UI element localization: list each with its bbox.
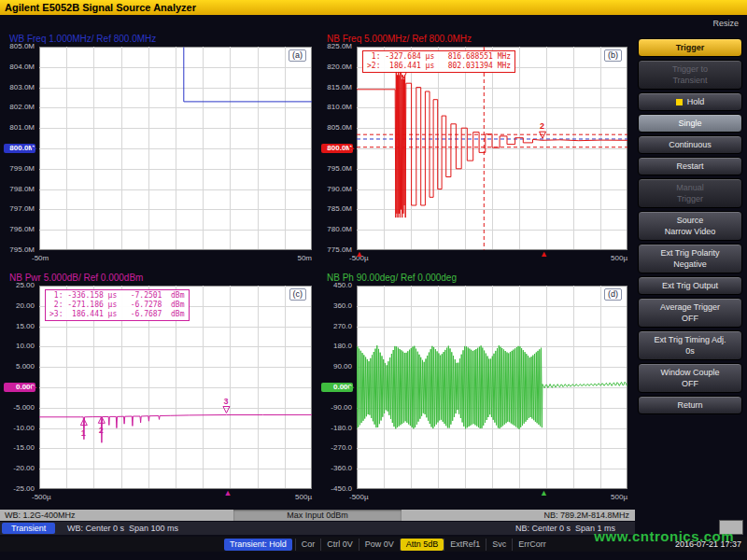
plot-panel-wb-freq: WB Freq 1.000MHz/ Ref 800.0MHz (a) -50m … [4,34,317,269]
plot-d-ytick: 90.00 [321,362,352,371]
plot-d-canvas[interactable] [357,286,627,489]
plot-a-canvas[interactable] [39,47,312,250]
plot-b-ytick: 805.0M [321,123,352,133]
status-items: Transient: HoldCorCtrl 0VPow 0VAttn 5dBE… [224,539,552,551]
menu-item-ext-trig-output-label: Ext Trig Output [641,280,740,291]
menu-item-single-label: Single [641,118,740,129]
plot-b-ytick: 810.0M [321,103,352,112]
menu-item-trigger-to-transient-label: Transient [641,75,740,86]
menu-item-average-trigger-label: OFF [641,313,740,324]
menu-item-trigger-label: Trigger [641,42,740,53]
window-title: Agilent E5052B Signal Source Analyzer [5,2,196,13]
plot-b-ytick: 825.0M [321,42,352,51]
marker-readout: 1: -327.684 µs 816.688551 MHz >2: 186.44… [362,50,515,73]
plot-d-xmin: -500µ [349,493,369,501]
menu-item-ext-trig-output[interactable]: Ext Trig Output [638,276,742,295]
status-errcorr: ErrCorr [512,539,552,551]
menu-item-ext-trig-timing-adj[interactable]: Ext Trig Timing Adj.0s [638,330,742,360]
plot-d-letter: (d) [604,288,622,301]
menu-item-ext-trig-polarity-label: Negative [641,259,740,270]
menu-item-source[interactable]: SourceNarrow Video [638,211,742,241]
plot-d-ytick: -270.0 [321,443,352,453]
menu-item-hold-label: Hold [641,96,740,107]
plot-a-xmin: -50m [32,254,49,262]
ref-level-arrow-icon: ▶ [32,383,36,392]
svg-text:2: 2 [540,121,544,131]
svg-text:3: 3 [223,397,228,406]
plot-panel-nb-freq: NB Freq 5.000MHz/ Ref 800.0MHz 12 1: -32… [321,34,633,269]
plot-a-ytick: 803.0M [4,83,35,92]
menu-item-restart-label: Restart [641,161,740,172]
plot-b-letter: (b) [604,49,622,62]
menu-item-manual-trigger: ManualTrigger [638,178,742,208]
plot-c-letter: (c) [289,288,307,301]
svg-text:2: 2 [99,426,104,435]
plot-b-ytick: 800.0M [321,144,353,153]
menu-item-manual-trigger-label: Trigger [641,193,740,204]
status-attn: Attn 5dB [400,539,444,551]
menu-item-trigger-to-transient: Trigger toTransient [638,60,742,90]
plot-b-ytick: 820.0M [321,63,352,72]
plot-c-ytick: 0.000 [4,383,35,392]
plot-d-ytick: -90.00 [321,403,352,413]
menu-item-window-couple[interactable]: Window CoupleOFF [638,363,742,393]
ref-level-arrow-icon: ▶ [349,383,354,392]
plot-b-ytick: 790.0M [321,185,352,194]
menu-item-source-label: Narrow Video [641,226,740,237]
plot-c-ytick: 10.00 [4,342,35,351]
plot-a-ytick: 800.0M [4,144,35,153]
menu-item-ext-trig-timing-adj-label: Ext Trig Timing Adj. [641,334,740,345]
menu-item-return[interactable]: Return [638,396,742,414]
plot-b-ytick: 775.0M [321,245,352,255]
plot-a-ytick: 801.0M [4,123,35,133]
ref-level-arrow-icon: ▶ [32,144,36,153]
trigger-marker-icon: ▲ [540,250,548,259]
menu-item-return-label: Return [641,399,740,411]
menu-item-source-label: Source [641,215,740,226]
status-trigger-state: Transient: Hold [224,539,292,551]
nb-range-label: NB: 789.2M-814.8MHz [543,510,629,521]
menu-item-trigger[interactable]: Trigger [638,38,742,57]
plot-a-ytick: 799.0M [4,164,35,174]
status-bar-span: Transient WB: Center 0 s Span 100 ms NB:… [0,522,635,535]
status-cor: Cor [295,539,321,551]
menu-item-single[interactable]: Single [638,114,742,133]
plot-a-ytick: 798.0M [4,185,35,194]
plot-a-letter: (a) [289,49,306,62]
menu-item-trigger-to-transient-label: Trigger to [641,63,740,75]
menu-item-average-trigger[interactable]: Average TriggerOFF [638,298,742,328]
plot-a-xmax: 50m [297,254,312,262]
plot-a-ytick: 797.0M [4,204,35,214]
plot-d-ytick: 0.000 [321,383,353,392]
menu-item-continuous[interactable]: Continuous [638,135,742,154]
menu-item-hold[interactable]: Hold [638,92,742,111]
status-pow: Pow 0V [359,539,400,551]
plot-c-ytick: 20.00 [4,301,35,311]
plot-c-ytick: 15.00 [4,322,35,331]
menu-item-window-couple-label: Window Couple [641,367,740,378]
menu-item-continuous-label: Continuous [641,139,740,150]
plot-c-xmin: -500µ [32,493,51,501]
plot-a-ytick: 805.0M [4,42,35,51]
window-titlebar: Agilent E5052B Signal Source Analyzer [0,0,747,15]
marker-readout: 1: -336.158 µs -7.2501 dBm 2: -271.186 µ… [45,289,190,321]
menu-item-ext-trig-polarity-label: Ext Trig Polarity [641,247,740,259]
menu-item-restart[interactable]: Restart [638,157,742,175]
status-svc: Svc [486,539,512,551]
trigger-marker-icon: ▲ [540,489,548,497]
app-window: Agilent E5052B Signal Source Analyzer Re… [0,0,747,560]
plot-c-canvas[interactable]: 123 1: -336.158 µs -7.2501 dBm 2: -271.1… [39,286,312,489]
mode-chip: Transient [2,523,55,534]
resize-label[interactable]: Resize [712,19,739,28]
plot-b-canvas[interactable]: 12 1: -327.684 µs 816.688551 MHz >2: 186… [357,47,627,250]
plot-panel-nb-phase: NB Ph 90.00deg/ Ref 0.000deg (d) -500µ 5… [321,273,633,508]
watermark-text: www.cntronics.com [594,528,734,544]
status-extref: ExtRef1 [444,539,486,551]
menu-item-ext-trig-timing-adj-label: 0s [641,345,740,357]
menu-item-average-trigger-label: Average Trigger [641,301,740,313]
plot-c-ytick: -10.00 [4,424,35,433]
plot-c-ytick: -15.00 [4,443,35,453]
menu-item-ext-trig-polarity[interactable]: Ext Trig PolarityNegative [638,244,742,273]
plot-d-ytick: 450.0 [321,281,352,290]
plot-d-ytick: 360.0 [321,301,352,311]
